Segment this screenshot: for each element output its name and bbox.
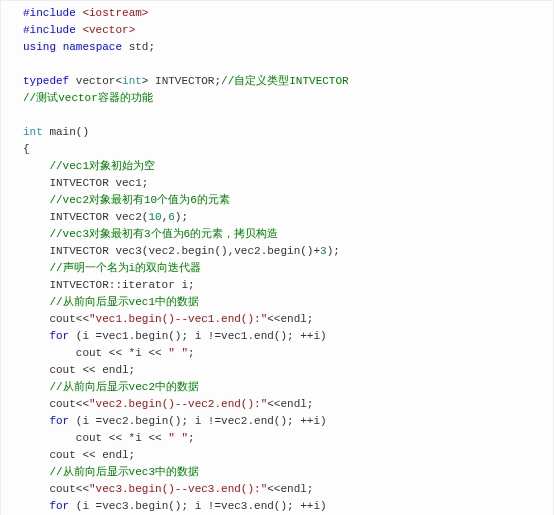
code-token: "vec2.begin()--vec2.end():": [89, 398, 267, 410]
code-token: (i =vec3.begin(); i !=vec3.end(); ++i): [69, 500, 326, 512]
code-line: using namespace std;: [23, 39, 547, 56]
code-token: [56, 41, 63, 53]
code-token: //自定义类型INTVECTOR: [221, 75, 349, 87]
code-token: <iostream>: [82, 7, 148, 19]
code-token: vector<: [69, 75, 122, 87]
code-token: 10: [148, 211, 161, 223]
code-token: (i =vec2.begin(); i !=vec2.end(); ++i): [69, 415, 326, 427]
code-token: cout<<: [23, 313, 89, 325]
code-token: cout<<: [23, 398, 89, 410]
code-token: [23, 466, 49, 478]
code-token: cout << endl;: [23, 449, 135, 461]
code-line: //从前向后显示vec2中的数据: [23, 379, 547, 396]
code-token: #include: [23, 7, 76, 19]
code-token: cout<<: [23, 483, 89, 495]
code-token: //vec1对象初始为空: [49, 160, 155, 172]
code-panel: #include <iostream>#include <vector>usin…: [0, 0, 554, 515]
code-token: #include: [23, 24, 76, 36]
code-token: > INTVECTOR;: [142, 75, 221, 87]
code-token: [23, 330, 49, 342]
code-token: [23, 500, 49, 512]
code-line: [23, 107, 547, 124]
code-token: 3: [320, 245, 327, 257]
code-token: <<endl;: [267, 313, 313, 325]
code-token: vec3: [115, 245, 141, 257]
code-token: <vector>: [82, 24, 135, 36]
code-token: [23, 160, 49, 172]
code-token: //从前向后显示vec2中的数据: [49, 381, 199, 393]
code-line: //测试vector容器的功能: [23, 90, 547, 107]
code-token: for: [49, 500, 69, 512]
code-token: int: [122, 75, 142, 87]
code-line: cout << endl;: [23, 362, 547, 379]
code-token: );: [175, 211, 188, 223]
code-token: 6: [168, 211, 175, 223]
code-token: //从前向后显示vec1中的数据: [49, 296, 199, 308]
code-token: namespace: [63, 41, 122, 53]
code-token: {: [23, 143, 30, 155]
code-line: //从前向后显示vec3中的数据: [23, 464, 547, 481]
code-line: INTVECTOR vec3(vec2.begin(),vec2.begin()…: [23, 243, 547, 260]
code-token: typedef: [23, 75, 69, 87]
code-token: std;: [122, 41, 155, 53]
code-line: //vec2对象最初有10个值为6的元素: [23, 192, 547, 209]
code-line: cout<<"vec1.begin()--vec1.end():"<<endl;: [23, 311, 547, 328]
code-token: );: [327, 245, 340, 257]
code-line: #include <vector>: [23, 22, 547, 39]
code-token: using: [23, 41, 56, 53]
code-token: main(): [43, 126, 89, 138]
code-token: INTVECTOR::iterator i;: [23, 279, 195, 291]
code-token: INTVECTOR vec1;: [23, 177, 148, 189]
code-token: //从前向后显示vec3中的数据: [49, 466, 199, 478]
code-line: INTVECTOR vec1;: [23, 175, 547, 192]
code-token: cout << *i <<: [23, 347, 168, 359]
code-token: [23, 262, 49, 274]
code-line: //vec3对象最初有3个值为6的元素，拷贝构造: [23, 226, 547, 243]
code-token: " ": [168, 432, 188, 444]
code-token: cout << *i <<: [23, 432, 168, 444]
code-token: //测试vector容器的功能: [23, 92, 153, 104]
code-line: #include <iostream>: [23, 5, 547, 22]
code-token: //vec2对象最初有10个值为6的元素: [49, 194, 229, 206]
code-line: //vec1对象初始为空: [23, 158, 547, 175]
code-token: [23, 296, 49, 308]
code-token: (i =vec1.begin(); i !=vec1.end(); ++i): [69, 330, 326, 342]
code-line: INTVECTOR::iterator i;: [23, 277, 547, 294]
code-token: [23, 194, 49, 206]
code-line: cout<<"vec2.begin()--vec2.end():"<<endl;: [23, 396, 547, 413]
code-token: cout << endl;: [23, 364, 135, 376]
code-line: //从前向后显示vec1中的数据: [23, 294, 547, 311]
code-token: "vec3.begin()--vec3.end():": [89, 483, 267, 495]
code-line: {: [23, 141, 547, 158]
code-line: cout << *i << " ";: [23, 430, 547, 447]
code-line: for (i =vec1.begin(); i !=vec1.end(); ++…: [23, 328, 547, 345]
code-token: "vec1.begin()--vec1.end():": [89, 313, 267, 325]
code-token: //vec3对象最初有3个值为6的元素，拷贝构造: [49, 228, 278, 240]
code-line: int main(): [23, 124, 547, 141]
code-token: (vec2.begin(),vec2.begin()+: [142, 245, 320, 257]
code-token: <<endl;: [267, 398, 313, 410]
code-token: [23, 381, 49, 393]
code-line: //声明一个名为i的双向迭代器: [23, 260, 547, 277]
code-line: INTVECTOR vec2(10,6);: [23, 209, 547, 226]
code-token: [23, 228, 49, 240]
code-token: INTVECTOR vec2(: [23, 211, 148, 223]
code-line: typedef vector<int> INTVECTOR;//自定义类型INT…: [23, 73, 547, 90]
code-token: for: [49, 415, 69, 427]
code-token: [23, 415, 49, 427]
code-line: cout << *i << " ";: [23, 345, 547, 362]
code-token: for: [49, 330, 69, 342]
code-line: [23, 56, 547, 73]
code-token: ;: [188, 432, 195, 444]
code-line: for (i =vec3.begin(); i !=vec3.end(); ++…: [23, 498, 547, 515]
code-line: for (i =vec2.begin(); i !=vec2.end(); ++…: [23, 413, 547, 430]
code-token: " ": [168, 347, 188, 359]
code-token: ;: [188, 347, 195, 359]
code-token: int: [23, 126, 43, 138]
code-token: //声明一个名为i的双向迭代器: [49, 262, 201, 274]
code-token: <<endl;: [267, 483, 313, 495]
code-token: INTVECTOR: [23, 245, 115, 257]
code-line: cout<<"vec3.begin()--vec3.end():"<<endl;: [23, 481, 547, 498]
code-line: cout << endl;: [23, 447, 547, 464]
